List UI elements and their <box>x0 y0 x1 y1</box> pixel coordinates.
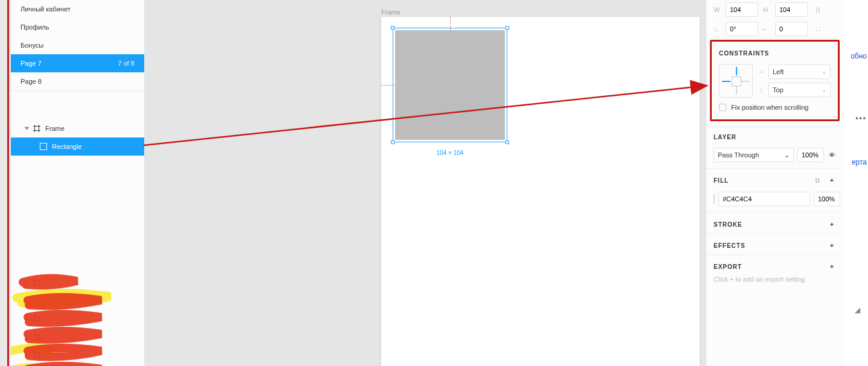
textarea-resize-icon[interactable] <box>855 306 863 314</box>
resize-handle-bl[interactable] <box>391 140 394 144</box>
add-effect-icon[interactable]: ＋ <box>828 241 836 250</box>
constraints-widget[interactable] <box>719 64 753 98</box>
page-item-selected[interactable]: Page 7 7 of 8 <box>11 54 144 72</box>
vertical-constraint-value: Top <box>773 86 784 93</box>
rotation-row: ∟ ⌐ ⸬ <box>706 19 843 39</box>
height-label: H <box>763 6 770 13</box>
page-item[interactable]: Личный кабинет <box>11 0 144 18</box>
rotation-icon: ∟ <box>714 25 721 33</box>
fill-section-title: FILL <box>714 177 729 184</box>
add-export-icon[interactable]: ＋ <box>828 262 836 271</box>
layer-section-title: LAYER <box>714 134 737 140</box>
page-item[interactable]: Page 8 <box>11 72 144 90</box>
horizontal-constraint-value: Left <box>773 68 784 75</box>
rectangle-icon <box>40 143 47 150</box>
redacted-layers <box>11 274 144 366</box>
page-count: 7 of 8 <box>118 54 135 72</box>
chevron-down-icon: ⌄ <box>822 87 826 93</box>
fix-position-label: Fix position when scrolling <box>731 104 808 111</box>
page-label: Профиль <box>21 24 49 31</box>
link-dimensions-icon[interactable]: ⟩⟨ <box>813 6 823 14</box>
vertical-icon: ↕ <box>758 86 765 93</box>
left-panel: Личный кабинет Профиль Бонусы Page 7 7 o… <box>11 0 145 366</box>
add-fill-icon[interactable]: ＋ <box>828 176 836 185</box>
caret-down-icon <box>25 127 30 130</box>
width-input[interactable] <box>726 2 758 17</box>
resize-handle-br[interactable] <box>505 140 509 144</box>
horizontal-constraint-dropdown[interactable]: Left ⌄ <box>768 65 831 79</box>
page-item[interactable]: Бонусы <box>11 36 144 54</box>
rotation-input[interactable] <box>726 22 758 36</box>
resize-handle-tl[interactable] <box>391 26 394 30</box>
page-label: Page 8 <box>21 78 42 85</box>
layer-label: Frame <box>45 125 65 132</box>
export-hint: Click + to add an export setting <box>706 276 843 291</box>
effects-section-title: EFFECTS <box>714 242 746 249</box>
fill-hex-input[interactable] <box>718 192 810 206</box>
constraints-section: CONSTRAINTS ↔ Left ⌄ ↕ Top ⌄ <box>710 40 840 121</box>
width-label: W <box>714 6 721 13</box>
blend-mode-dropdown[interactable]: Pass Through ⌄ <box>714 148 794 162</box>
chevron-down-icon: ⌄ <box>822 69 826 75</box>
blend-mode-value: Pass Through <box>718 151 759 159</box>
stroke-section-title: STROKE <box>714 221 743 228</box>
vertical-constraint-dropdown[interactable]: Top ⌄ <box>768 83 831 97</box>
fill-swatch[interactable] <box>714 194 715 204</box>
corner-radius-icon: ⌐ <box>763 25 770 33</box>
selection-outline[interactable] <box>393 28 507 142</box>
chevron-down-icon: ⌄ <box>784 151 790 159</box>
corner-radius-input[interactable] <box>775 22 808 36</box>
frame-icon <box>33 125 40 132</box>
selection-dimensions: 104 × 104 <box>423 150 477 156</box>
layer-rectangle-selected[interactable]: Rectangle <box>11 137 144 156</box>
bg-text-fragment: обно <box>851 52 867 60</box>
page-label: Page 7 <box>21 54 42 72</box>
fix-position-checkbox[interactable] <box>719 104 726 111</box>
layer-opacity-input[interactable] <box>797 148 824 162</box>
fill-opacity-input[interactable] <box>814 192 840 206</box>
layer-label: Rectangle <box>52 143 82 150</box>
add-stroke-icon[interactable]: ＋ <box>828 220 836 229</box>
horizontal-icon: ↔ <box>758 68 765 75</box>
page-label: Бонусы <box>21 42 43 49</box>
page-item[interactable]: Профиль <box>11 18 144 36</box>
size-row: W H ⟩⟨ <box>706 0 843 19</box>
layer-frame[interactable]: Frame <box>11 119 144 137</box>
independent-corners-icon[interactable]: ⸬ <box>813 25 823 33</box>
constraints-title: CONSTRAINTS <box>712 42 838 62</box>
page-label: Личный кабинет <box>21 5 71 13</box>
style-icon[interactable]: ∷ <box>813 176 822 185</box>
visibility-icon[interactable]: 👁 <box>828 151 836 159</box>
resize-handle-tr[interactable] <box>505 26 509 30</box>
export-section-title: EXPORT <box>714 263 742 270</box>
ellipsis-icon[interactable]: ••• <box>855 115 867 123</box>
background-page-strip: обно ••• ерта <box>843 0 868 366</box>
height-input[interactable] <box>775 2 808 17</box>
properties-panel: W H ⟩⟨ ∟ ⌐ ⸬ CONSTRAINTS ↔ Left ⌄ <box>706 0 843 366</box>
layer-list: Frame Rectangle <box>11 119 144 156</box>
canvas[interactable]: Frame 104 × 104 <box>145 0 706 366</box>
frame-title[interactable]: Frame <box>381 8 401 16</box>
bg-text-fragment: ерта <box>852 158 867 166</box>
